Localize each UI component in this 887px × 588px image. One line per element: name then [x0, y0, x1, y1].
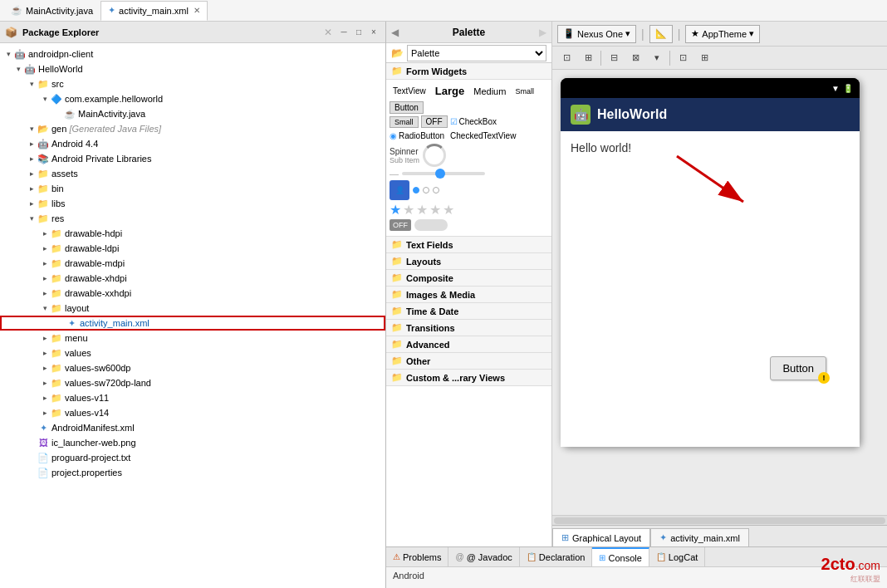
tree-item-mainactivity[interactable]: ☕ MainActivity.java [0, 106, 385, 121]
palette-section-form-widgets[interactable]: 📁 Form Widgets [386, 63, 551, 80]
palette-nav-left[interactable]: ◀ [391, 27, 399, 38]
quickcontact-widget[interactable]: 👤 [390, 180, 409, 200]
textview-widget[interactable]: TextView [390, 85, 429, 97]
tree-item-drawable-ldpi[interactable]: ▸ 📁 drawable-ldpi [0, 241, 385, 256]
layout-toggle1[interactable]: ⊡ [674, 49, 692, 67]
palette-section-transitions[interactable]: 📁 Transitions [386, 320, 551, 336]
tab-javadoc[interactable]: @ @ Javadoc [448, 547, 519, 566]
tree-item-values-sw720dp-land[interactable]: ▸ 📁 values-sw720dp-land [0, 375, 385, 390]
time-date-folder-icon: 📁 [391, 306, 403, 316]
small-widget[interactable]: Small [512, 86, 537, 97]
minimize-button[interactable]: ─ [337, 26, 350, 39]
togglebutton-area: OFF [390, 219, 548, 231]
libs-icon: 📁 [37, 197, 50, 210]
palette-section-composite[interactable]: 📁 Composite [386, 270, 551, 287]
tab-xml-source[interactable]: ✦ activity_main.xml [650, 528, 749, 546]
small-widget-btn[interactable]: Small [390, 116, 419, 128]
tab-declaration[interactable]: 📋 Declaration [520, 547, 593, 566]
maximize-button[interactable]: □ [352, 26, 365, 39]
tree-arrow-androidmanifest [27, 423, 37, 433]
dot3 [433, 187, 439, 194]
view-toggle2[interactable]: ⊠ [626, 49, 644, 67]
console-content: Android [386, 567, 887, 588]
palette-section-other[interactable]: 📁 Other [386, 353, 551, 370]
device-selector-button[interactable]: 📱 Nexus One ▾ [557, 25, 636, 43]
tree-item-values-v11[interactable]: ▸ 📁 values-v11 [0, 390, 385, 405]
palette-section-custom[interactable]: 📁 Custom & ...rary Views [386, 370, 551, 386]
panel-close-button[interactable]: × [367, 26, 380, 39]
palette-section-images-media[interactable]: 📁 Images & Media [386, 287, 551, 303]
tree-item-drawable-mdpi[interactable]: ▸ 📁 drawable-mdpi [0, 256, 385, 271]
tree-item-androidmanifest[interactable]: ✦ AndroidManifest.xml [0, 420, 385, 435]
palette-section-layouts[interactable]: 📁 Layouts [386, 253, 551, 270]
signal-icon: ▼ [831, 84, 840, 93]
zoom-actual-button[interactable]: ⊞ [579, 49, 597, 67]
tree-item-activity-main[interactable]: ✦ activity_main.xml [0, 316, 385, 331]
zoom-fit-button[interactable]: ⊡ [557, 49, 576, 67]
tree-item-projectprops[interactable]: 📄 project.properties [0, 465, 385, 480]
tree-item-values-v14[interactable]: ▸ 📁 values-v14 [0, 405, 385, 420]
tree-item-android44[interactable]: ▸ 🤖 Android 4.4 [0, 136, 385, 151]
radiobutton-widget[interactable]: ◉ RadioButton [390, 131, 444, 140]
widget-row-radio: ◉ RadioButton CheckedTextView [390, 130, 548, 142]
tree-item-drawable-xhdpi[interactable]: ▸ 📁 drawable-xhdpi [0, 271, 385, 286]
tab-mainactivity[interactable]: ☕ MainActivity.java [3, 1, 100, 21]
tree-item-gen[interactable]: ▾ 📂 gen [Generated Java Files] [0, 121, 385, 136]
palette-section-text-fields[interactable]: 📁 Text Fields [386, 237, 551, 253]
tree-item-proguard[interactable]: 📄 proguard-project.txt [0, 450, 385, 465]
palette-section-time-date[interactable]: 📁 Time & Date [386, 303, 551, 320]
tree-arrow-proguard [27, 453, 37, 463]
spinner-widget[interactable]: Spinner Sub Item [390, 147, 419, 164]
theme-button[interactable]: ★ AppTheme ▾ [685, 25, 760, 43]
tree-item-src[interactable]: ▾ 📁 src [0, 76, 385, 91]
tab-activity-xml[interactable]: ✦ activity_main.xml ✕ [100, 1, 208, 21]
tree-item-bin[interactable]: ▸ 📁 bin [0, 181, 385, 196]
tree-item-package[interactable]: ▾ 🔷 com.example.helloworld [0, 91, 385, 106]
tab-close-icon[interactable]: ✕ [194, 6, 200, 15]
tree-arrow-res: ▾ [27, 213, 37, 223]
palette-section-advanced[interactable]: 📁 Advanced [386, 336, 551, 353]
tree-item-androidpn[interactable]: ▾ 🤖 androidpn-client [0, 47, 385, 61]
tree-item-helloworld[interactable]: ▾ 🤖 HelloWorld [0, 61, 385, 76]
proguard-icon: 📄 [37, 451, 50, 464]
tree-item-res[interactable]: ▾ 📁 res [0, 211, 385, 226]
progress-widget[interactable] [423, 144, 446, 167]
tree-item-iclauncher[interactable]: 🖼 ic_launcher-web.png [0, 435, 385, 450]
tree-item-libs[interactable]: ▸ 📁 libs [0, 196, 385, 211]
medium-widget[interactable]: Medium [470, 85, 509, 98]
view-toggle3[interactable]: ▾ [648, 49, 666, 67]
seekbar-widget[interactable] [402, 172, 485, 175]
off-widget[interactable]: OFF [421, 115, 448, 128]
view-toggle1[interactable]: ⊟ [605, 49, 623, 67]
tree-item-values[interactable]: ▸ 📁 values [0, 345, 385, 360]
problems-icon: ⚠ [393, 552, 400, 561]
canvas-scrollbar[interactable] [552, 515, 887, 525]
canvas-area[interactable]: ▼ 🔋 🤖 HelloWorld Hello world! [552, 70, 887, 515]
privlibs-icon: 📚 [37, 152, 50, 165]
checkbox-widget[interactable]: ☑ CheckBox [450, 117, 497, 126]
tab-graphical-layout[interactable]: ⊞ Graphical Layout [552, 528, 650, 546]
tree-arrow-assets: ▸ [27, 169, 37, 179]
xml-source-label: activity_main.xml [670, 533, 740, 543]
tree-item-values-sw600dp[interactable]: ▸ 📁 values-sw600dp [0, 360, 385, 375]
tree-item-layout[interactable]: ▾ 📁 layout [0, 301, 385, 316]
switch-widget[interactable] [414, 219, 448, 231]
large-widget[interactable]: Large [432, 83, 468, 99]
button-widget[interactable]: Button [390, 101, 424, 114]
tab-console[interactable]: ⊞ Console [592, 547, 649, 566]
togglebutton-widget[interactable]: OFF [390, 219, 411, 231]
tab-logcat[interactable]: 📋 LogCat [649, 547, 705, 566]
checkedtextview-widget[interactable]: CheckedTextView [447, 130, 519, 142]
tree-item-menu[interactable]: ▸ 📁 menu [0, 331, 385, 345]
layout-toggle2[interactable]: ⊞ [695, 49, 713, 67]
tab-activity-xml-label: activity_main.xml [119, 6, 189, 16]
tab-problems[interactable]: ⚠ Problems [386, 547, 448, 566]
palette-dropdown[interactable]: Palette [407, 45, 546, 61]
orientation-button[interactable]: 📐 [649, 25, 673, 43]
tree-item-drawable-xxhdpi[interactable]: ▸ 📁 drawable-xxhdpi [0, 286, 385, 301]
tree-item-drawable-hdpi[interactable]: ▸ 📁 drawable-hdpi [0, 226, 385, 241]
tree-item-assets[interactable]: ▸ 📁 assets [0, 166, 385, 181]
tree-label-menu: menu [65, 333, 88, 343]
tree-item-privlibs[interactable]: ▸ 📚 Android Private Libraries [0, 151, 385, 166]
ratingbar-widget[interactable]: ★ ★ ★ ★ ★ [390, 202, 548, 218]
